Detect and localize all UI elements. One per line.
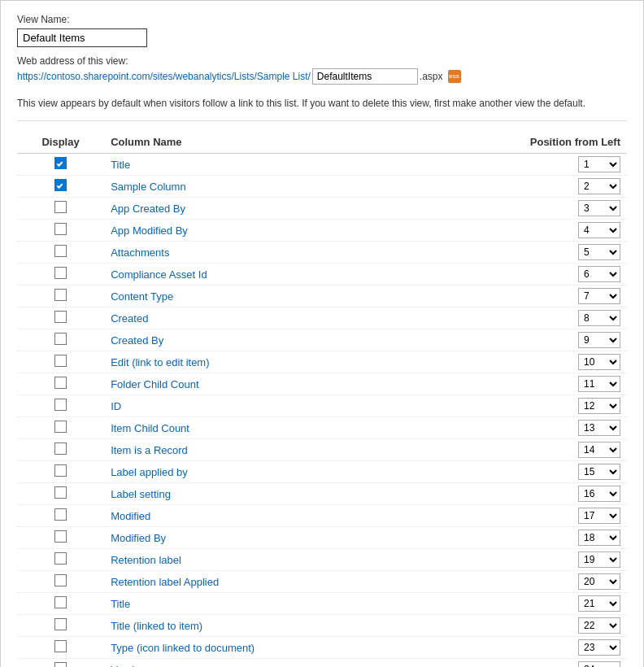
table-row: Item Child Count123456789101112131415161… xyxy=(17,417,627,439)
column-checkbox[interactable] xyxy=(54,640,67,652)
table-row: Content Type1234567891011121314151617181… xyxy=(17,286,627,307)
table-row: Modified By12345678910111213141516171819… xyxy=(17,527,627,549)
column-checkbox[interactable] xyxy=(54,245,67,257)
position-select[interactable]: 123456789101112131415161718192021222324 xyxy=(578,376,620,392)
table-row: App Created By12345678910111213141516171… xyxy=(17,198,627,220)
position-select[interactable]: 123456789101112131415161718192021222324 xyxy=(578,595,620,612)
table-row: Label setting123456789101112131415161718… xyxy=(17,483,627,505)
position-select[interactable]: 123456789101112131415161718192021222324 xyxy=(578,420,620,436)
column-name: Title xyxy=(104,154,491,176)
position-select[interactable]: 123456789101112131415161718192021222324 xyxy=(578,178,620,194)
column-checkbox[interactable] xyxy=(54,508,67,521)
column-checkbox[interactable] xyxy=(54,596,67,608)
table-body: Title12345678910111213141516171819202122… xyxy=(17,154,627,668)
position-select[interactable]: 123456789101112131415161718192021222324 xyxy=(578,464,620,480)
web-address-row: https://contoso.sharepoint.com/sites/web… xyxy=(17,68,627,85)
column-checkbox[interactable] xyxy=(54,486,67,499)
column-name: Folder Child Count xyxy=(104,373,491,395)
position-select[interactable]: 123456789101112131415161718192021222324 xyxy=(578,661,620,667)
column-checkbox[interactable] xyxy=(54,574,67,586)
table-header-row: Display Column Name Position from Left xyxy=(17,131,627,154)
columns-table: Display Column Name Position from Left T… xyxy=(17,131,627,667)
table-row: App Modified By1234567891011121314151617… xyxy=(17,220,627,242)
web-address-label: Web address of this view: xyxy=(17,55,627,67)
position-select[interactable]: 123456789101112131415161718192021222324 xyxy=(578,288,620,304)
position-select[interactable]: 123456789101112131415161718192021222324 xyxy=(578,639,620,656)
table-row: Compliance Asset Id123456789101112131415… xyxy=(17,264,627,286)
column-checkbox[interactable] xyxy=(54,530,67,543)
position-select[interactable]: 123456789101112131415161718192021222324 xyxy=(578,354,620,370)
default-notice: This view appears by default when visito… xyxy=(17,96,627,121)
column-checkbox[interactable] xyxy=(54,179,67,191)
column-checkbox[interactable] xyxy=(54,421,67,433)
position-select[interactable]: 123456789101112131415161718192021222324 xyxy=(578,551,620,568)
column-checkbox[interactable] xyxy=(54,223,67,235)
position-select[interactable]: 123456789101112131415161718192021222324 xyxy=(578,222,620,238)
position-select[interactable]: 123456789101112131415161718192021222324 xyxy=(578,530,620,546)
column-name: App Modified By xyxy=(104,220,491,242)
position-select[interactable]: 123456789101112131415161718192021222324 xyxy=(578,573,620,590)
table-row: Created By123456789101112131415161718192… xyxy=(17,329,627,351)
column-name: Created By xyxy=(104,329,491,351)
column-name: Modified By xyxy=(104,527,491,549)
table-row: ID12345678910111213141516171819202122232… xyxy=(17,395,627,417)
column-name: Label setting xyxy=(104,483,491,505)
column-checkbox[interactable] xyxy=(54,355,67,367)
column-checkbox[interactable] xyxy=(54,662,67,667)
position-select[interactable]: 123456789101112131415161718192021222324 xyxy=(578,266,620,282)
column-name: Retention label xyxy=(104,549,491,571)
table-row: Retention label Applied12345678910111213… xyxy=(17,571,627,593)
column-checkbox[interactable] xyxy=(54,399,67,411)
position-select[interactable]: 123456789101112131415161718192021222324 xyxy=(578,398,620,414)
view-name-section: View Name: xyxy=(17,14,627,47)
column-name: Modified xyxy=(104,505,491,527)
position-select[interactable]: 123456789101112131415161718192021222324 xyxy=(578,156,620,172)
rss-icon[interactable] xyxy=(448,70,461,83)
column-checkbox[interactable] xyxy=(54,618,67,630)
table-row: Sample Column123456789101112131415161718… xyxy=(17,176,627,198)
table-row: Attachments12345678910111213141516171819… xyxy=(17,242,627,264)
position-select[interactable]: 123456789101112131415161718192021222324 xyxy=(578,332,620,348)
position-select[interactable]: 123456789101112131415161718192021222324 xyxy=(578,244,620,260)
header-position: Position from Left xyxy=(491,131,627,154)
table-row: Item is a Record123456789101112131415161… xyxy=(17,439,627,461)
url-prefix: https://contoso.sharepoint.com/sites/web… xyxy=(17,71,311,82)
view-name-label: View Name: xyxy=(17,14,627,25)
column-checkbox[interactable] xyxy=(54,442,67,455)
column-name: Compliance Asset Id xyxy=(104,264,491,286)
url-input[interactable] xyxy=(312,68,418,85)
column-checkbox[interactable] xyxy=(54,157,67,169)
column-name: Created xyxy=(104,307,491,329)
column-name: Label applied by xyxy=(104,461,491,483)
table-row: Title12345678910111213141516171819202122… xyxy=(17,593,627,615)
table-row: Modified12345678910111213141516171819202… xyxy=(17,505,627,527)
view-name-input[interactable] xyxy=(17,28,147,47)
table-row: Label applied by123456789101112131415161… xyxy=(17,461,627,483)
column-name: App Created By xyxy=(104,198,491,220)
column-name: Type (icon linked to document) xyxy=(104,637,491,659)
column-name: ID xyxy=(104,395,491,417)
position-select[interactable]: 123456789101112131415161718192021222324 xyxy=(578,442,620,458)
column-name: Item is a Record xyxy=(104,439,491,461)
column-checkbox[interactable] xyxy=(54,377,67,389)
position-select[interactable]: 123456789101112131415161718192021222324 xyxy=(578,508,620,524)
position-select[interactable]: 123456789101112131415161718192021222324 xyxy=(578,617,620,634)
header-column-name: Column Name xyxy=(104,131,491,154)
position-select[interactable]: 123456789101112131415161718192021222324 xyxy=(578,486,620,502)
position-select[interactable]: 123456789101112131415161718192021222324 xyxy=(578,200,620,216)
column-checkbox[interactable] xyxy=(54,311,67,323)
column-checkbox[interactable] xyxy=(54,267,67,279)
column-checkbox[interactable] xyxy=(54,333,67,345)
column-name: Title (linked to item) xyxy=(104,615,491,637)
column-name: Title xyxy=(104,593,491,615)
column-checkbox[interactable] xyxy=(54,464,67,477)
position-select[interactable]: 123456789101112131415161718192021222324 xyxy=(578,310,620,326)
column-checkbox[interactable] xyxy=(54,201,67,213)
column-checkbox[interactable] xyxy=(54,289,67,301)
column-name: Retention label Applied xyxy=(104,571,491,593)
column-checkbox[interactable] xyxy=(54,552,67,565)
column-name: Item Child Count xyxy=(104,417,491,439)
table-row: Created123456789101112131415161718192021… xyxy=(17,307,627,329)
table-row: Type (icon linked to document)1234567891… xyxy=(17,637,627,659)
table-row: Folder Child Count1234567891011121314151… xyxy=(17,373,627,395)
